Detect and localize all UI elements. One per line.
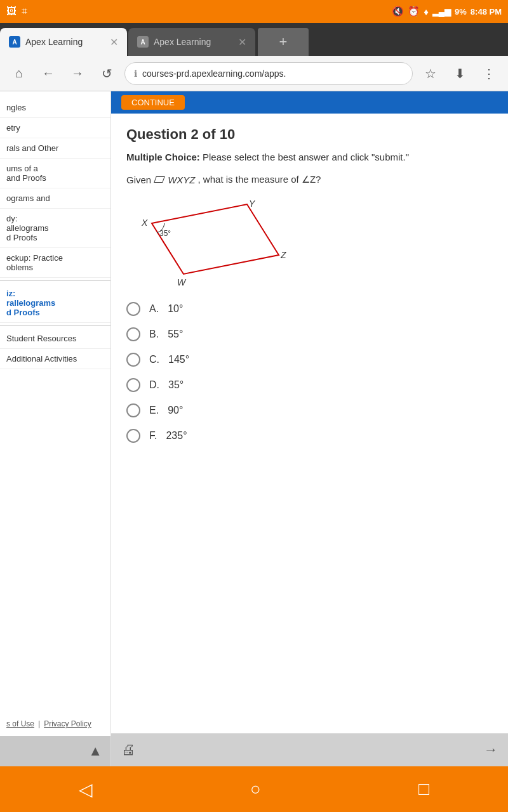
tab-favicon-active: A (9, 36, 20, 48)
letter-f: F. (149, 430, 157, 442)
scroll-up-icon[interactable]: ▲ (88, 743, 102, 759)
tab-active[interactable]: A Apex Learning ✕ (0, 28, 127, 56)
sidebar-item-dy[interactable]: dy: allelograms d Proofs (0, 209, 110, 248)
radio-e[interactable] (126, 403, 140, 417)
tab-title-active: Apex Learning (25, 37, 105, 47)
parallelogram-diagram: X Y Z W 35° (133, 198, 298, 287)
android-back-button[interactable]: ◁ (79, 779, 93, 800)
bookmark-button[interactable]: ☆ (419, 62, 442, 85)
svg-marker-0 (152, 204, 279, 274)
radio-a[interactable] (126, 302, 140, 316)
letter-a: A. (149, 303, 159, 315)
question-area: Question 2 of 10 Multiple Choice: Please… (111, 114, 508, 733)
choice-b[interactable]: B. 55° (126, 327, 493, 341)
info-icon: ℹ (134, 69, 137, 79)
multiple-choice-label: Multiple Choice: (126, 152, 200, 162)
radio-b[interactable] (126, 327, 140, 341)
sidebar-divider (0, 280, 110, 281)
sidebar-footer: s of Use | Privacy Policy (0, 714, 111, 733)
tab-title-inactive: Apex Learning (154, 37, 233, 47)
parallelogram-symbol (154, 176, 165, 183)
sidebar-divider2 (0, 325, 110, 326)
answer-choices: A. 10° B. 55° C. 145° D. 35° (126, 302, 493, 443)
vpn-icon: ♦ (424, 6, 429, 17)
url-text: courses-prd.apexlearning.com/apps. (142, 69, 403, 79)
terms-link[interactable]: s of Use (6, 719, 34, 728)
radio-c[interactable] (126, 353, 140, 367)
svg-text:X: X (141, 218, 148, 228)
svg-text:Y: Y (249, 199, 256, 209)
tab-close-active[interactable]: ✕ (110, 36, 118, 48)
privacy-link[interactable]: Privacy Policy (44, 719, 91, 728)
battery-text: 9% (455, 7, 467, 16)
sidebar-item-additional[interactable]: Additional Activities (0, 349, 110, 369)
home-button[interactable]: ⌂ (8, 62, 30, 85)
sidebar-item-rals[interactable]: rals and Other (0, 138, 110, 159)
address-bar[interactable]: ℹ courses-prd.apexlearning.com/apps. (124, 62, 413, 85)
shape-name: WXYZ (168, 174, 195, 185)
choice-e[interactable]: E. 90° (126, 403, 493, 417)
sidebar-scroll-bar[interactable]: ▲ (0, 736, 111, 766)
content-top-bar: CONTINUE (111, 91, 508, 114)
question-title: Question 2 of 10 (126, 126, 493, 143)
sidebar-item-ograms[interactable]: ograms and (0, 188, 110, 209)
android-recent-button[interactable]: □ (418, 779, 429, 799)
choice-d[interactable]: D. 35° (126, 378, 493, 392)
diagram-container: X Y Z W 35° (133, 198, 493, 289)
mute-icon: 🔇 (392, 6, 404, 17)
signal-icon: ▂▄▆ (432, 7, 451, 16)
sidebar: ngles etry rals and Other ums of a and P… (0, 91, 111, 766)
sidebar-item-angles[interactable]: ngles (0, 98, 110, 118)
svg-text:Z: Z (280, 250, 286, 260)
sidebar-item-ums[interactable]: ums of a and Proofs (0, 159, 110, 188)
tab-inactive[interactable]: A Apex Learning ✕ (128, 28, 255, 56)
status-right-icons: 🔇 ⏰ ♦ ▂▄▆ 9% 8:48 PM (392, 6, 502, 17)
letter-e: E. (149, 405, 159, 416)
value-d: 35° (168, 379, 184, 391)
alarm-icon: ⏰ (408, 6, 420, 17)
letter-d: D. (149, 379, 159, 391)
android-nav: ◁ ○ □ (0, 766, 508, 812)
back-button[interactable]: ← (37, 62, 60, 85)
letter-c: C. (149, 354, 159, 365)
value-f: 235° (166, 430, 187, 442)
sidebar-item-etry[interactable]: etry (0, 118, 110, 138)
menu-button[interactable]: ⋮ (478, 62, 500, 85)
forward-button[interactable]: → (66, 62, 89, 85)
sidebar-item-student[interactable]: Student Resources (0, 329, 110, 349)
value-a: 10° (168, 303, 183, 315)
time-display: 8:48 PM (471, 7, 502, 16)
choice-f[interactable]: F. 235° (126, 429, 493, 443)
sidebar-item-iz[interactable]: iz: rallelograms d Proofs (0, 284, 110, 323)
given-text: Given (126, 174, 151, 185)
question-instructions: Multiple Choice: Please select the best … (126, 152, 493, 162)
sidebar-item-eckup[interactable]: eckup: Practice oblems (0, 248, 110, 278)
tab-favicon-inactive: A (137, 36, 149, 48)
download-button[interactable]: ⬇ (448, 62, 471, 85)
choice-a[interactable]: A. 10° (126, 302, 493, 316)
status-bar: 🖼 ⌗ 🔇 ⏰ ♦ ▂▄▆ 9% 8:48 PM (0, 0, 508, 23)
radio-d[interactable] (126, 378, 140, 392)
tab-close-inactive[interactable]: ✕ (238, 36, 246, 48)
question-prompt: Given WXYZ , what is the measure of ∠Z? (126, 174, 493, 185)
choice-c[interactable]: C. 145° (126, 353, 493, 367)
letter-b: B. (149, 329, 159, 340)
svg-text:W: W (177, 277, 187, 287)
status-left-icons: 🖼 ⌗ (6, 6, 27, 17)
android-home-button[interactable]: ○ (250, 779, 261, 799)
value-b: 55° (168, 329, 183, 340)
print-icon[interactable]: 🖨 (121, 742, 135, 758)
footer-separator: | (38, 719, 40, 728)
instructions-text: Please select the best answer and click … (203, 152, 409, 162)
new-tab-button[interactable]: + (258, 28, 309, 56)
content-bottom-bar: 🖨 → (111, 733, 508, 766)
browser-toolbar: ⌂ ← → ↺ ℹ courses-prd.apexlearning.com/a… (0, 56, 508, 91)
value-e: 90° (168, 405, 183, 416)
radio-f[interactable] (126, 429, 140, 443)
value-c: 145° (168, 354, 189, 365)
next-arrow[interactable]: → (484, 742, 498, 758)
continue-button[interactable]: CONTINUE (121, 95, 185, 110)
screenshot-icon: 🖼 (6, 6, 17, 17)
refresh-button[interactable]: ↺ (95, 62, 118, 85)
browser-tabs: A Apex Learning ✕ A Apex Learning ✕ + (0, 23, 508, 56)
